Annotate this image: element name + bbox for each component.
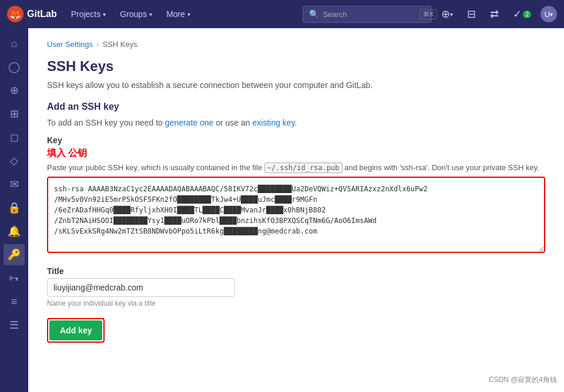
- page-title: SSH Keys: [47, 58, 545, 75]
- gitlab-wordmark: GitLab: [27, 9, 57, 19]
- add-desc-prefix: To add an SSH key you need to: [47, 118, 165, 127]
- snippet-icon: ⊟: [467, 8, 476, 21]
- avatar-initials: U: [545, 10, 550, 19]
- groups-chevron-icon: ▾: [149, 11, 152, 18]
- existing-key-link[interactable]: existing key: [253, 118, 295, 127]
- todo-icon: ✓: [513, 8, 522, 21]
- key-hint-file: ~/.ssh/id_rsa.pub: [264, 163, 343, 173]
- sidebar-user-icon[interactable]: ◯: [4, 56, 25, 77]
- gitlab-fox-icon: 🦊: [7, 6, 24, 22]
- breadcrumb: User Settings › SSH Keys: [47, 40, 545, 49]
- title-field-wrapper: Title Name your individual key via a tit…: [47, 266, 545, 307]
- todo-badge: 2: [523, 11, 531, 18]
- add-desc-middle: or use an: [213, 118, 252, 127]
- title-field-label: Title: [47, 266, 545, 276]
- search-shortcut: ⌘K: [420, 9, 437, 19]
- search-input[interactable]: [323, 10, 417, 19]
- plus-icon: ⊕: [441, 8, 450, 21]
- new-item-btn[interactable]: ⊕ ▾: [437, 5, 458, 23]
- watermark: CSDN @寂寞的4角钱: [489, 375, 557, 385]
- sidebar-lock-icon[interactable]: 🔒: [4, 197, 25, 218]
- avatar-chevron-icon: ▾: [550, 11, 553, 18]
- search-bar[interactable]: 🔍 ⌘K: [303, 6, 432, 23]
- sidebar-bell-icon[interactable]: 🔔: [4, 221, 25, 242]
- left-sidebar: ⌂ ◯ ⊕ ⊞ ◻ ◇ ✉ 🔒 🔔 🔑 🗝 ≡ ☰: [0, 28, 28, 392]
- top-navigation: 🦊 GitLab Projects ▾ Groups ▾ More ▾ 🔍 ⌘K…: [0, 0, 564, 28]
- title-hint: Name your individual key via a title: [47, 299, 545, 307]
- todo-btn[interactable]: ✓ 2: [508, 5, 536, 23]
- sidebar-inbox-icon[interactable]: ◇: [4, 150, 25, 171]
- search-icon: 🔍: [309, 9, 319, 19]
- breadcrumb-parent-link[interactable]: User Settings: [47, 40, 93, 49]
- key-hint-prefix: Paste your public SSH key, which is usua…: [47, 163, 264, 172]
- title-input[interactable]: [47, 278, 235, 297]
- add-key-button[interactable]: Add key: [49, 320, 102, 340]
- breadcrumb-current: SSH Keys: [102, 40, 137, 49]
- page-description: SSH keys allow you to establish a secure…: [47, 80, 545, 90]
- groups-nav[interactable]: Groups ▾: [115, 7, 157, 21]
- annotation-label: 填入 公钥: [47, 147, 545, 160]
- sidebar-mail-icon[interactable]: ✉: [4, 174, 25, 195]
- generate-link[interactable]: generate one: [165, 118, 214, 127]
- more-chevron-icon: ▾: [187, 11, 190, 18]
- add-key-section: Add key: [47, 318, 105, 343]
- sidebar-grid-icon[interactable]: ⊞: [4, 103, 25, 124]
- add-section-title: Add an SSH key: [47, 102, 545, 112]
- sidebar-settings-icon[interactable]: ≡: [4, 291, 25, 312]
- sidebar-chat-icon[interactable]: ◻: [4, 127, 25, 148]
- snippet-btn[interactable]: ⊟: [462, 5, 481, 23]
- sidebar-home-icon[interactable]: ⌂: [4, 33, 25, 54]
- plus-chevron-icon: ▾: [450, 11, 453, 18]
- key-field-label: Key: [47, 136, 545, 145]
- sidebar-sshkey-icon[interactable]: 🗝: [4, 268, 25, 289]
- sidebar-list-icon[interactable]: ☰: [4, 315, 25, 336]
- sidebar-group-icon[interactable]: ⊕: [4, 80, 25, 101]
- projects-chevron-icon: ▾: [103, 11, 106, 18]
- merge-icon: ⇄: [490, 8, 499, 21]
- key-textarea[interactable]: ssh-rsa AAAAB3NzaC1yc2EAAAADAQABAAABAQC/…: [47, 177, 545, 253]
- key-hint-suffix: and begins with 'ssh-rsa'. Don't use you…: [343, 163, 539, 172]
- user-avatar[interactable]: U ▾: [540, 6, 557, 22]
- more-nav[interactable]: More ▾: [162, 7, 195, 21]
- merge-request-btn[interactable]: ⇄: [485, 5, 503, 23]
- sidebar-key-icon[interactable]: 🔑: [4, 244, 25, 265]
- add-section-description: To add an SSH key you need to generate o…: [47, 118, 545, 127]
- key-field-hint: Paste your public SSH key, which is usua…: [47, 163, 545, 172]
- projects-nav[interactable]: Projects ▾: [66, 7, 111, 21]
- add-desc-suffix: .: [295, 118, 297, 127]
- gitlab-logo[interactable]: 🦊 GitLab: [7, 6, 57, 22]
- main-content: User Settings › SSH Keys SSH Keys SSH ke…: [28, 28, 564, 392]
- breadcrumb-separator: ›: [96, 40, 99, 49]
